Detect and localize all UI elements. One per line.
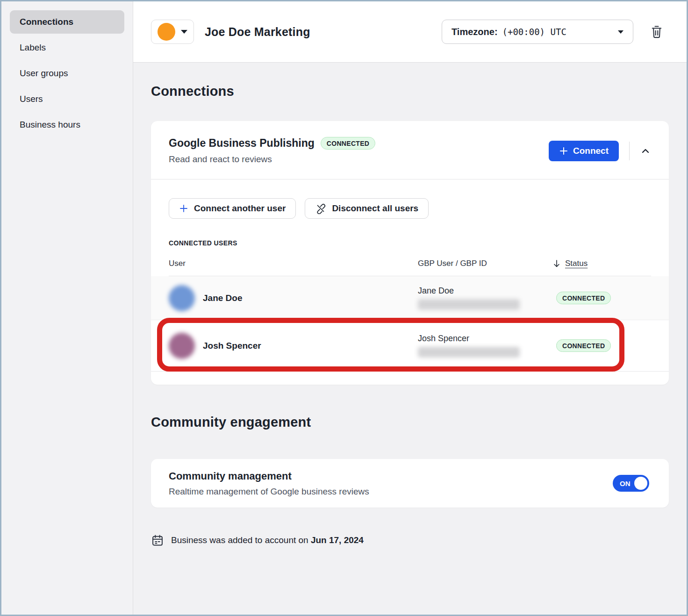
gbp-id-redacted (418, 347, 520, 358)
chevron-up-icon (640, 145, 651, 157)
calendar-icon (151, 534, 164, 547)
column-header-status: Status (552, 259, 651, 268)
user-name: Jane Doe (203, 293, 242, 303)
sidebar-item-connections[interactable]: Connections (10, 10, 124, 34)
community-management-card: Community management Realtime management… (151, 459, 669, 508)
integration-name: Google Business Publishing (169, 137, 315, 150)
plus-icon (179, 204, 188, 213)
divider (629, 142, 630, 160)
connected-users-label: CONNECTED USERS (169, 239, 651, 247)
chevron-down-icon (618, 30, 624, 34)
integration-description: Read and react to reviews (169, 154, 375, 165)
avatar (169, 285, 195, 311)
sort-descending-icon[interactable] (552, 259, 561, 268)
toggle-state-label: ON (620, 480, 631, 487)
table-row[interactable]: Josh Spencer Josh Spencer CONNECTED (151, 320, 669, 372)
business-avatar-dropdown[interactable] (151, 20, 194, 44)
connect-another-user-button[interactable]: Connect another user (169, 198, 296, 219)
user-name: Josh Spencer (203, 341, 261, 351)
note-date: Jun 17, 2024 (311, 535, 364, 545)
gbp-id-redacted (418, 299, 520, 310)
google-business-publishing-card: Google Business Publishing CONNECTED Rea… (151, 121, 669, 385)
column-header-gbp: GBP User / GBP ID (418, 259, 552, 268)
community-management-description: Realtime management of Google business r… (169, 487, 369, 497)
collapse-card-button[interactable] (640, 145, 651, 157)
business-header: Joe Doe Marketing Timezone: (+00:00) UTC (133, 1, 687, 63)
sidebar-item-business-hours[interactable]: Business hours (10, 113, 124, 136)
toggle-knob (634, 477, 647, 490)
main-panel: Joe Doe Marketing Timezone: (+00:00) UTC… (133, 1, 687, 615)
business-added-note: Business was added to account on Jun 17,… (151, 534, 669, 547)
column-header-user: User (169, 259, 418, 268)
page-title: Joe Doe Marketing (205, 25, 310, 39)
trash-icon (650, 25, 663, 39)
disconnect-all-users-button[interactable]: Disconnect all users (305, 198, 429, 219)
settings-sidebar: Connections Labels User groups Users Bus… (1, 1, 133, 615)
connections-section-title: Connections (151, 84, 669, 99)
status-sort-link[interactable]: Status (565, 259, 588, 268)
gbp-user-name: Josh Spencer (418, 334, 552, 344)
table-row[interactable]: Jane Doe Jane Doe CONNECTED (151, 276, 669, 320)
content-area: Connections Google Business Publishing C… (133, 63, 687, 615)
chevron-down-icon (181, 30, 187, 34)
timezone-select[interactable]: Timezone: (+00:00) UTC (442, 20, 633, 44)
integration-status-badge: CONNECTED (321, 137, 375, 150)
delete-business-button[interactable] (650, 25, 663, 39)
gbp-user-name: Jane Doe (418, 286, 552, 296)
status-badge: CONNECTED (556, 292, 611, 304)
avatar (169, 333, 195, 359)
timezone-value: (+00:00) UTC (502, 27, 566, 37)
timezone-label: Timezone: (452, 27, 498, 37)
business-avatar (158, 23, 175, 41)
plus-icon (559, 146, 568, 156)
sidebar-item-user-groups[interactable]: User groups (10, 62, 124, 85)
connect-button[interactable]: Connect (549, 141, 619, 161)
sidebar-item-labels[interactable]: Labels (10, 36, 124, 59)
note-text: Business was added to account on (171, 535, 308, 545)
unlink-icon (315, 203, 326, 214)
status-badge: CONNECTED (556, 339, 611, 352)
community-engagement-section-title: Community engagement (151, 415, 669, 430)
community-management-toggle[interactable]: ON (613, 475, 649, 492)
community-management-title: Community management (169, 470, 369, 482)
users-table-header: User GBP User / GBP ID Status (169, 259, 651, 276)
sidebar-item-users[interactable]: Users (10, 87, 124, 111)
